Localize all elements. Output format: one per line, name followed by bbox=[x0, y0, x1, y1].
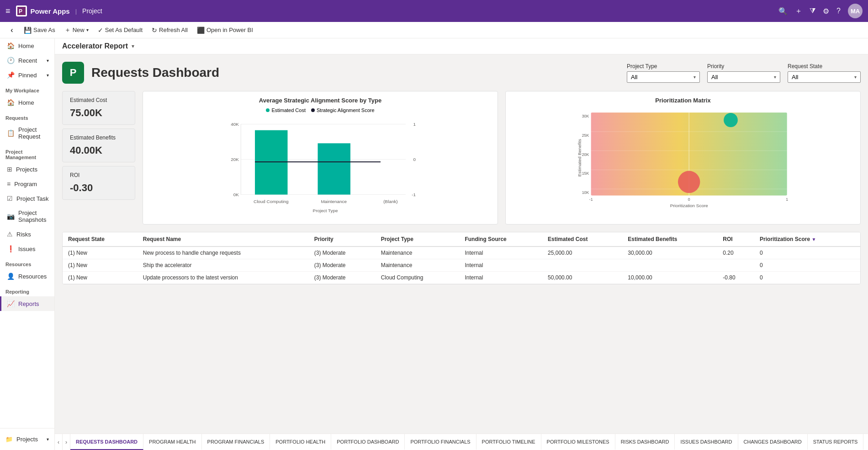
sidebar-item-project-snapshots[interactable]: 📷 Project Snapshots bbox=[0, 206, 54, 227]
project-management-label: Project Management bbox=[0, 144, 54, 162]
kpi-estimated-cost: Estimated Cost 75.00K bbox=[62, 91, 135, 125]
sidebar-item-home[interactable]: 🏠 Home bbox=[0, 38, 54, 53]
hamburger-icon[interactable]: ≡ bbox=[5, 6, 11, 16]
data-table: Request State Request Name Priority Proj… bbox=[63, 232, 860, 284]
svg-text:30K: 30K bbox=[582, 114, 589, 118]
save-as-button[interactable]: 💾 Save As bbox=[20, 25, 59, 36]
legend-estimated-cost: Estimated Cost bbox=[266, 107, 306, 113]
sidebar: 🏠 Home 🕐 Recent ▾ 📌 Pinned ▾ My Workplac… bbox=[0, 38, 55, 450]
open-powerbi-button[interactable]: ⬛ Open in Power BI bbox=[193, 25, 257, 36]
home-icon: 🏠 bbox=[7, 42, 15, 49]
avatar[interactable]: MA bbox=[848, 4, 863, 18]
kpi-roi-label: ROI bbox=[70, 172, 127, 178]
table-row[interactable]: (1) New Update processors to the latest … bbox=[63, 272, 860, 284]
cell-prioritization-score: 0 bbox=[754, 246, 860, 259]
search-icon[interactable]: 🔍 bbox=[778, 7, 788, 16]
save-as-icon: 💾 bbox=[24, 27, 32, 34]
bubble-1 bbox=[724, 113, 738, 127]
bar-chart-legend: Estimated Cost Strategic Alignment Score bbox=[148, 107, 492, 113]
settings-icon[interactable]: ⚙ bbox=[823, 7, 829, 16]
cell-roi bbox=[717, 259, 754, 272]
tab-program-financials[interactable]: PROGRAM FINANCIALS bbox=[202, 434, 270, 450]
sidebar-item-my-home[interactable]: 🏠 Home bbox=[0, 95, 54, 110]
filter-request-state-select[interactable]: All ▾ bbox=[788, 71, 861, 83]
tab-next-button[interactable]: › bbox=[63, 434, 70, 450]
main-layout: 🏠 Home 🕐 Recent ▾ 📌 Pinned ▾ My Workplac… bbox=[0, 38, 868, 450]
svg-text:Prioritization Score: Prioritization Score bbox=[670, 203, 709, 208]
filter-request-state-chevron: ▾ bbox=[854, 75, 857, 80]
cell-estimated-cost: 25,000.00 bbox=[542, 246, 622, 259]
svg-text:15K: 15K bbox=[582, 171, 589, 176]
cell-prioritization-score: 0 bbox=[754, 272, 860, 284]
tab-changes-dashboard[interactable]: CHANGES DASHBOARD bbox=[738, 434, 808, 450]
table-row[interactable]: (1) New New process to handle change req… bbox=[63, 246, 860, 259]
filter-project-type-label: Project Type bbox=[627, 63, 700, 70]
sidebar-bottom-projects[interactable]: 📁 Projects ▾ bbox=[0, 432, 54, 446]
topbar: ≡ P Power Apps | Project 🔍 ＋ ⧩ ⚙ ? MA bbox=[0, 0, 868, 22]
set-as-default-button[interactable]: ✓ Set As Default bbox=[94, 25, 146, 36]
svg-text:10K: 10K bbox=[582, 190, 589, 195]
recent-expand-icon: ▾ bbox=[47, 58, 49, 63]
tab-portfolio-milestones[interactable]: PORTFOLIO MILESTONES bbox=[541, 434, 615, 450]
svg-text:Project Type: Project Type bbox=[313, 208, 338, 213]
tab-portfolio-dashboard[interactable]: PORTFOLIO DASHBOARD bbox=[331, 434, 405, 450]
recent-icon: 🕐 bbox=[7, 57, 15, 64]
filter-project-type-select[interactable]: All ▾ bbox=[627, 71, 700, 83]
page-title-chevron[interactable]: ▾ bbox=[132, 43, 134, 49]
legend-estimated-cost-dot bbox=[266, 108, 270, 112]
back-button[interactable]: ‹ bbox=[5, 24, 18, 37]
table-row[interactable]: (1) New Ship the accelerator (3) Moderat… bbox=[63, 259, 860, 272]
help-icon[interactable]: ? bbox=[836, 7, 841, 15]
sidebar-item-pinned[interactable]: 📌 Pinned ▾ bbox=[0, 68, 54, 82]
col-funding-source: Funding Source bbox=[459, 232, 542, 246]
svg-text:40K: 40K bbox=[231, 122, 239, 127]
reports-icon: 📈 bbox=[7, 300, 15, 307]
tab-portfolio-health[interactable]: PORTFOLIO HEALTH bbox=[270, 434, 331, 450]
tab-prev-button[interactable]: ‹ bbox=[55, 434, 63, 450]
tab-issues-dashboard[interactable]: ISSUES DASHBOARD bbox=[675, 434, 738, 450]
filter-priority: Priority All ▾ bbox=[707, 63, 780, 83]
sidebar-item-project-task[interactable]: ☑ Project Task bbox=[0, 191, 54, 206]
tab-portfolio-timeline[interactable]: PORTFOLIO TIMELINE bbox=[476, 434, 541, 450]
topbar-divider: | bbox=[75, 8, 77, 15]
new-button[interactable]: ＋ New ▾ bbox=[61, 24, 92, 36]
tab-status-reports[interactable]: STATUS REPORTS bbox=[808, 434, 864, 450]
svg-text:-1: -1 bbox=[412, 192, 416, 197]
cell-funding-source: Internal bbox=[459, 259, 542, 272]
risks-icon: ⚠ bbox=[7, 230, 13, 238]
sidebar-item-projects[interactable]: ⊞ Projects bbox=[0, 162, 54, 177]
tab-risks-dashboard[interactable]: RISKS DASHBOARD bbox=[615, 434, 675, 450]
col-request-name: Request Name bbox=[138, 232, 309, 246]
sidebar-item-project-request[interactable]: 📋 Project Request bbox=[0, 123, 54, 144]
cell-request-name: New process to handle change requests bbox=[138, 246, 309, 259]
bar-chart-container: Average Strategic Alignment Score by Typ… bbox=[143, 91, 498, 225]
col-prioritization-score[interactable]: Prioritization Score ▼ bbox=[754, 232, 860, 246]
legend-strategic-alignment: Strategic Alignment Score bbox=[311, 107, 375, 113]
kpi-estimated-cost-label: Estimated Cost bbox=[70, 97, 127, 103]
col-request-state: Request State bbox=[63, 232, 138, 246]
tab-portfolio-financials[interactable]: PORTFOLIO FINANCIALS bbox=[405, 434, 476, 450]
filter-priority-select[interactable]: All ▾ bbox=[707, 71, 780, 83]
svg-text:P: P bbox=[19, 8, 22, 15]
sidebar-item-program[interactable]: ≡ Program bbox=[0, 177, 54, 191]
sidebar-item-issues[interactable]: ❗ Issues bbox=[0, 241, 54, 256]
cell-project-type: Cloud Computing bbox=[376, 272, 460, 284]
cell-priority: (3) Moderate bbox=[309, 272, 376, 284]
filter-icon[interactable]: ⧩ bbox=[810, 7, 815, 15]
refresh-all-button[interactable]: ↻ Refresh All bbox=[148, 25, 191, 36]
cell-estimated-benefits: 10,000.00 bbox=[622, 272, 717, 284]
kpi-estimated-benefits: Estimated Benefits 40.00K bbox=[62, 129, 135, 162]
cell-estimated-benefits: 30,000.00 bbox=[622, 246, 717, 259]
sidebar-item-recent[interactable]: 🕐 Recent ▾ bbox=[0, 53, 54, 68]
tab-program-health[interactable]: PROGRAM HEALTH bbox=[143, 434, 201, 450]
tab-resource-dashboard[interactable]: RESOURCE DASHBOARD bbox=[863, 434, 868, 450]
tab-requests-dashboard[interactable]: REQUESTS DASHBOARD bbox=[70, 434, 143, 450]
new-dropdown-icon[interactable]: ▾ bbox=[86, 27, 89, 32]
filter-project-type-chevron: ▾ bbox=[693, 75, 696, 80]
add-icon[interactable]: ＋ bbox=[795, 6, 802, 16]
sidebar-item-resources[interactable]: 👤 Resources bbox=[0, 269, 54, 284]
cell-request-name: Ship the accelerator bbox=[138, 259, 309, 272]
svg-text:-1: -1 bbox=[589, 197, 593, 202]
sidebar-item-reports[interactable]: 📈 Reports bbox=[0, 296, 54, 311]
sidebar-item-risks[interactable]: ⚠ Risks bbox=[0, 227, 54, 241]
